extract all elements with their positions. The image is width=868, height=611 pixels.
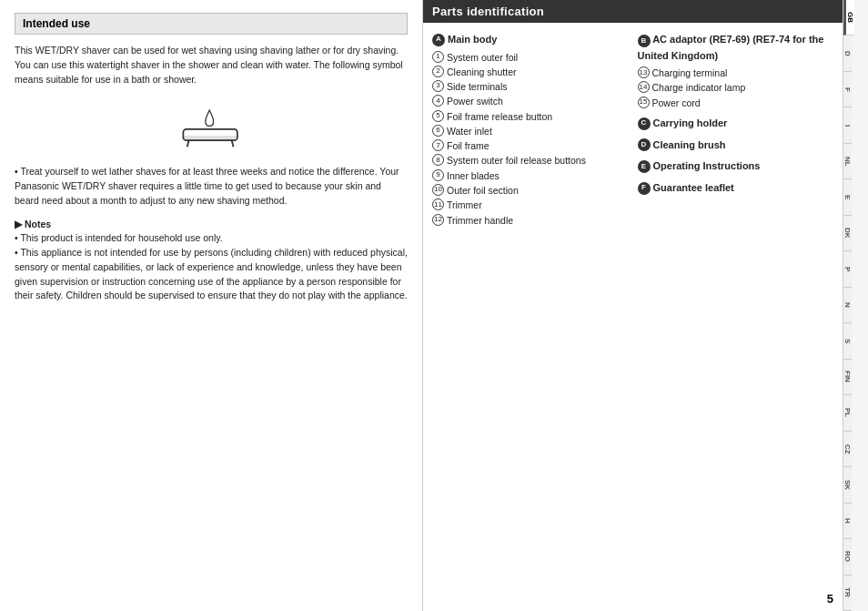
list-item: 10Outer foil section: [432, 183, 629, 198]
item-text: Power cord: [652, 96, 834, 110]
group-b-circle: B: [638, 35, 651, 47]
lang-tab-nl[interactable]: NL: [843, 144, 852, 179]
item-num: 1: [432, 51, 444, 63]
item-num: 4: [432, 95, 444, 107]
lang-tab-i[interactable]: I: [843, 107, 852, 143]
item-num: 12: [432, 214, 444, 226]
item-text: Trimmer: [447, 198, 629, 212]
language-tabs: GBDFINLEDKPNSFINPLCZSKHROTR: [843, 0, 868, 611]
item-text: Charging terminal: [652, 66, 834, 80]
list-item: 7Foil frame: [432, 138, 629, 153]
parts-col-left: A Main body 1System outer foil2Cleaning …: [432, 32, 629, 579]
item-num: 2: [432, 66, 444, 77]
list-item: 5Foil frame release button: [432, 109, 629, 124]
item-num: 15: [638, 97, 650, 108]
group-a-label: A Main body: [432, 32, 629, 48]
svg-line-3: [232, 140, 234, 147]
group-c-name: Carrying holder: [653, 116, 728, 132]
group-e-label: E Operating Instructions: [638, 158, 834, 175]
item-num: 14: [638, 81, 650, 93]
item-text: System outer foil release buttons: [447, 153, 629, 168]
item-num: 13: [638, 66, 650, 78]
list-item: 15Power cord: [638, 96, 834, 110]
parts-col-right: B AC adaptor (RE7-69) (RE7-74 for the Un…: [638, 32, 834, 579]
left-panel: Intended use This WET/DRY shaver can be …: [0, 0, 423, 611]
lang-tab-f[interactable]: F: [843, 72, 852, 107]
intro-paragraph-2: • Treat yourself to wet lather shaves fo…: [15, 165, 408, 208]
lang-tab-tr[interactable]: TR: [843, 575, 852, 611]
item-text: Inner blades: [447, 168, 629, 183]
lang-tab-ro[interactable]: RO: [843, 539, 852, 575]
group-e-circle: E: [638, 160, 651, 173]
intended-use-title: Intended use: [15, 13, 408, 35]
item-num: 8: [432, 154, 444, 166]
group-b-label: B AC adaptor (RE7-69) (RE7-74 for the Un…: [638, 32, 834, 64]
item-text: Cleaning shutter: [447, 65, 629, 79]
svg-line-2: [187, 140, 189, 147]
water-safe-symbol: [179, 103, 243, 148]
group-d-section: D Cleaning brush: [638, 137, 834, 154]
item-num: 9: [432, 169, 444, 181]
lang-tabs-container: GBDFINLEDKPNSFINPLCZSKHROTR: [843, 0, 868, 611]
item-text: Trimmer handle: [447, 213, 629, 228]
item-text: Water inlet: [447, 124, 629, 138]
list-item: 14Charge indicator lamp: [638, 80, 834, 95]
shaver-icon: [15, 103, 408, 148]
list-item: 4Power switch: [432, 94, 629, 108]
notes-title: ▶ Notes: [15, 218, 408, 232]
list-item: 11Trimmer: [432, 198, 629, 212]
note-2: • This appliance is not intended for use…: [15, 246, 408, 303]
list-item: 6Water inlet: [432, 124, 629, 138]
group-f-section: F Guarantee leaflet: [638, 180, 834, 197]
item-num: 5: [432, 110, 444, 122]
lang-tab-d[interactable]: D: [843, 36, 852, 71]
svg-rect-1: [183, 136, 237, 140]
item-text: Foil frame: [447, 138, 629, 153]
item-text: Side terminals: [447, 79, 629, 94]
item-num: 3: [432, 80, 444, 92]
note-1: • This product is intended for household…: [15, 231, 408, 246]
lang-tab-n[interactable]: N: [843, 288, 852, 323]
notes-section: ▶ Notes • This product is intended for h…: [15, 218, 408, 304]
lang-tab-e[interactable]: E: [843, 179, 852, 215]
group-c-circle: C: [638, 117, 651, 130]
group-f-circle: F: [638, 182, 651, 195]
group-c-label: C Carrying holder: [638, 116, 834, 132]
item-num: 6: [432, 125, 444, 137]
group-d-name: Cleaning brush: [653, 137, 726, 154]
item-text: Foil frame release button: [447, 109, 629, 124]
lang-tab-fin[interactable]: FIN: [843, 360, 852, 395]
group-b-name: AC adaptor (RE7-69) (RE7-74 for the Unit…: [638, 34, 824, 61]
lang-tab-p[interactable]: P: [843, 251, 852, 287]
lang-tab-s[interactable]: S: [843, 323, 852, 359]
group-e-name: Operating Instructions: [653, 158, 761, 175]
intro-paragraph-1: This WET/DRY shaver can be used for wet …: [15, 44, 408, 87]
lang-tab-sk[interactable]: SK: [843, 467, 852, 503]
parts-content: A Main body 1System outer foil2Cleaning …: [423, 23, 843, 588]
group-c-section: C Carrying holder: [638, 116, 834, 132]
item-text: Power switch: [447, 94, 629, 108]
group-d-label: D Cleaning brush: [638, 137, 834, 154]
group-f-label: F Guarantee leaflet: [638, 180, 834, 197]
para2-text: Treat yourself to wet lather shaves for …: [15, 166, 399, 206]
group-b-items: 13Charging terminal14Charge indicator la…: [638, 66, 834, 110]
lang-tab-h[interactable]: H: [843, 504, 852, 539]
right-panel: Parts identification A Main body 1System…: [423, 0, 843, 611]
list-item: 1System outer foil: [432, 50, 629, 65]
lang-tab-cz[interactable]: CZ: [843, 432, 852, 467]
group-d-circle: D: [638, 138, 651, 151]
page-number: 5: [423, 588, 843, 611]
item-text: Outer foil section: [447, 183, 629, 198]
lang-tab-dk[interactable]: DK: [843, 216, 852, 251]
group-a-circle: A: [432, 34, 445, 46]
para1-text: This WET/DRY shaver can be used for wet …: [15, 45, 403, 85]
item-text: Charge indicator lamp: [652, 80, 834, 95]
list-item: 12Trimmer handle: [432, 213, 629, 228]
item-text: System outer foil: [447, 50, 629, 65]
group-a-items: 1System outer foil2Cleaning shutter3Side…: [432, 50, 629, 228]
item-num: 7: [432, 139, 444, 151]
item-num: 10: [432, 184, 444, 196]
lang-tab-pl[interactable]: PL: [843, 395, 852, 431]
lang-tab-gb[interactable]: GB: [843, 0, 854, 36]
list-item: 13Charging terminal: [638, 66, 834, 80]
